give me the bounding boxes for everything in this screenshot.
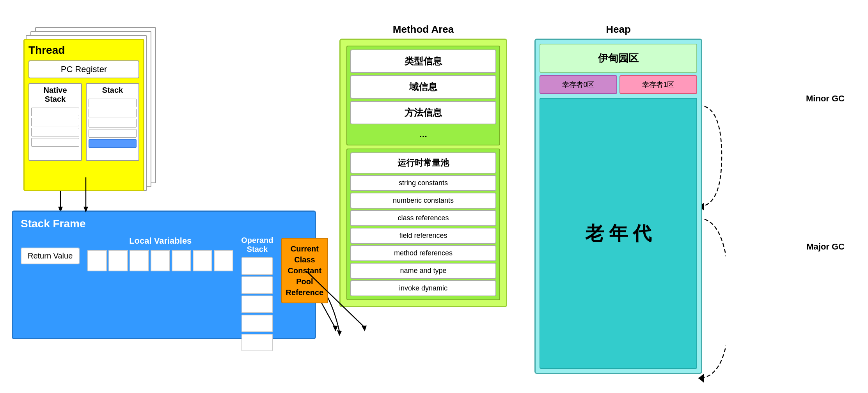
- lv-cell-3: [130, 250, 149, 271]
- thread-box: Thread PC Register NativeStack Stack: [23, 39, 144, 191]
- native-stack-row-2: [31, 118, 79, 126]
- stack-box: Stack: [86, 83, 139, 161]
- ma-domain-info: 域信息: [350, 75, 496, 99]
- lv-cell-6: [193, 250, 212, 271]
- method-area-title: Method Area: [339, 23, 507, 35]
- current-class-box: Current ClassConstant PoolReference: [281, 238, 328, 303]
- native-stack-box: NativeStack: [28, 83, 82, 161]
- survivor-box-1: 幸存者1区: [619, 75, 697, 94]
- stack-row-4: [89, 129, 137, 138]
- stack-row-3: [89, 119, 137, 127]
- ma-class-references: class references: [350, 210, 496, 226]
- op-cell-4: [241, 315, 273, 332]
- thread-bottom: NativeStack Stack: [28, 83, 139, 161]
- native-stack-rows: [31, 108, 79, 147]
- local-variables-section: Local Variables: [87, 236, 233, 271]
- native-stack-title: NativeStack: [43, 86, 67, 104]
- runtime-pool-title: 运行时常量池: [350, 152, 496, 173]
- operand-cells: [241, 257, 273, 351]
- op-cell-3: [241, 296, 273, 313]
- ma-invoke-dynamic: invoke dynamic: [350, 280, 496, 296]
- method-area-box: 类型信息 域信息 方法信息 ... 运行时常量池 string constant…: [339, 39, 507, 307]
- heap-title: Heap: [534, 23, 702, 35]
- ma-name-and-type: name and type: [350, 263, 496, 279]
- stack-row-blue: [89, 139, 137, 148]
- stack-frame-content: Return Value Local Variables OperandStac…: [21, 236, 307, 351]
- lv-cell-1: [87, 250, 107, 271]
- thread-title: Thread: [28, 44, 139, 57]
- ma-type-info: 类型信息: [350, 50, 496, 73]
- heap-old: 老 年 代: [540, 98, 697, 369]
- return-value-box: Return Value: [21, 248, 80, 264]
- diagram-container: 尚硅谷JVM教程 Thread PC Register NativeStack: [0, 0, 868, 393]
- method-area-container: Method Area 类型信息 域信息 方法信息 ... 运行时常量池 str…: [339, 23, 507, 307]
- minor-gc-label: Minor GC: [806, 94, 845, 104]
- lv-cell-2: [108, 250, 128, 271]
- ma-method-references: method references: [350, 245, 496, 261]
- major-gc-label: Major GC: [806, 242, 845, 252]
- native-stack-row-3: [31, 128, 79, 136]
- lv-cell-5: [172, 250, 191, 271]
- local-vars-cells: [87, 250, 233, 271]
- op-cell-5: [241, 334, 273, 351]
- thread-papers: Thread PC Register NativeStack Stack: [23, 23, 156, 195]
- native-stack-row-1: [31, 108, 79, 116]
- ma-field-references: field references: [350, 228, 496, 244]
- heap-eden: 伊甸园区: [540, 44, 697, 73]
- survivor-box-0: 幸存者0区: [540, 75, 617, 94]
- heap-container: Heap 伊甸园区 幸存者0区 幸存者1区 老 年 代: [534, 23, 702, 374]
- lv-cell-7: [214, 250, 233, 271]
- heap-survivors: 幸存者0区 幸存者1区: [540, 75, 697, 94]
- stack-title: Stack: [102, 86, 123, 95]
- ma-inner-box: 类型信息 域信息 方法信息 ...: [346, 46, 500, 145]
- op-cell-2: [241, 276, 273, 294]
- pc-register: PC Register: [28, 60, 139, 78]
- lv-cell-4: [151, 250, 170, 271]
- ma-numberic-constants: numberic constants: [350, 193, 496, 209]
- heap-box: 伊甸园区 幸存者0区 幸存者1区 老 年 代: [534, 39, 702, 374]
- native-stack-row-4: [31, 138, 79, 147]
- operand-section: OperandStack: [241, 236, 273, 351]
- operand-label: OperandStack: [241, 236, 273, 254]
- ma-dots: ...: [350, 127, 496, 142]
- stack-frame-title: Stack Frame: [21, 218, 307, 230]
- stack-row-1: [89, 99, 137, 107]
- runtime-pool-box: 运行时常量池 string constants numberic constan…: [346, 149, 500, 300]
- op-cell-1: [241, 257, 273, 275]
- stack-row-2: [89, 109, 137, 117]
- stack-rows: [89, 99, 137, 148]
- stack-frame-box: Stack Frame Return Value Local Variables…: [12, 211, 316, 339]
- local-variables-label: Local Variables: [129, 236, 192, 246]
- ma-string-constants: string constants: [350, 175, 496, 191]
- ma-method-info: 方法信息: [350, 101, 496, 124]
